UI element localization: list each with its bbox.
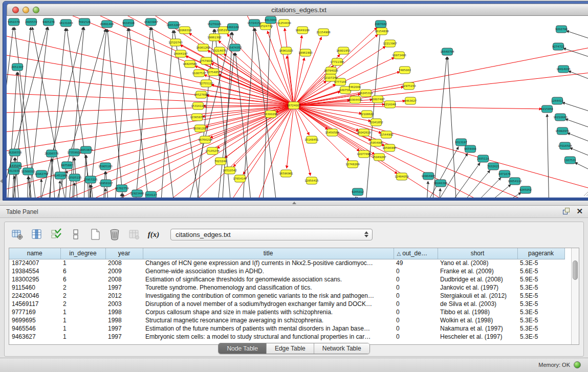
graph-node[interactable]: 12107242 bbox=[323, 74, 337, 81]
graph-node[interactable]: 9975887 bbox=[61, 162, 73, 169]
graph-node[interactable]: 18424589 bbox=[183, 60, 197, 68]
graph-node[interactable]: 9202790 bbox=[555, 26, 568, 33]
graph-node[interactable]: 11568310 bbox=[21, 168, 35, 175]
graph-node[interactable]: 12923446 bbox=[130, 190, 144, 197]
graph-node[interactable]: 9245012 bbox=[352, 188, 364, 195]
select-rows-icon[interactable] bbox=[50, 228, 63, 241]
graph-node[interactable]: 15049267 bbox=[372, 154, 386, 161]
graph-node[interactable]: 19961903 bbox=[298, 49, 312, 56]
graph-node[interactable]: 2651307 bbox=[11, 63, 24, 71]
graph-node[interactable]: 6216040 bbox=[384, 101, 397, 108]
graph-node[interactable]: 20364436 bbox=[348, 96, 362, 103]
table-row[interactable]: 946554611997Estimation of the future num… bbox=[9, 324, 564, 333]
column-header-short[interactable]: short bbox=[438, 248, 517, 259]
graph-node[interactable]: 26206556 bbox=[8, 149, 22, 156]
graph-node[interactable]: 14527698 bbox=[194, 91, 208, 98]
graph-node[interactable]: 9474444 bbox=[464, 145, 477, 152]
graph-node[interactable]: 10654112 bbox=[508, 178, 521, 185]
graph-node[interactable]: 17135274 bbox=[205, 147, 220, 155]
graph-node[interactable]: 16245314 bbox=[359, 90, 373, 97]
graph-node[interactable]: 10807487 bbox=[371, 96, 384, 103]
graph-node[interactable]: 12365871 bbox=[190, 114, 204, 121]
graph-node[interactable]: 15474352 bbox=[228, 44, 242, 51]
resize-grip-icon[interactable] bbox=[584, 189, 588, 196]
graph-node[interactable]: 12748269 bbox=[345, 161, 360, 168]
graph-node[interactable]: 13505135 bbox=[68, 174, 81, 181]
column-header-name[interactable]: name bbox=[9, 248, 60, 259]
graph-node[interactable]: 12856415 bbox=[304, 177, 318, 184]
graph-node[interactable]: 9313197 bbox=[455, 139, 467, 146]
new-document-icon[interactable] bbox=[89, 228, 102, 241]
graph-node[interactable]: 16961023 bbox=[279, 47, 293, 54]
graph-node[interactable]: 12108622 bbox=[360, 111, 374, 118]
graph-node[interactable]: 16046395 bbox=[433, 180, 447, 187]
graph-node[interactable]: 15724152 bbox=[247, 19, 261, 27]
graph-node[interactable]: 15276021 bbox=[207, 20, 221, 28]
graph-node[interactable]: 20206576 bbox=[45, 150, 59, 157]
graph-node[interactable]: 2405572 bbox=[25, 18, 37, 26]
graph-node[interactable]: 11451944 bbox=[53, 172, 68, 179]
graph-node[interactable]: 16596961 bbox=[279, 170, 293, 177]
zoom-window-button[interactable] bbox=[33, 7, 39, 13]
panel-collapse-arrow-icon[interactable] bbox=[0, 179, 3, 183]
horizontal-splitter[interactable] bbox=[0, 201, 588, 205]
graph-node[interactable]: 17359924 bbox=[67, 149, 81, 156]
graph-node[interactable]: 9634508 bbox=[122, 19, 135, 27]
graph-node[interactable]: 14644197 bbox=[173, 50, 187, 57]
graph-node[interactable]: 10653287 bbox=[166, 21, 180, 29]
graph-node[interactable]: 7632621 bbox=[487, 163, 499, 170]
column-header-pagerank[interactable]: pagerank bbox=[517, 248, 564, 259]
graph-node[interactable]: 12520743 bbox=[168, 39, 182, 46]
row-height-icon[interactable] bbox=[69, 228, 82, 241]
graph-node[interactable]: 2935114 bbox=[477, 155, 490, 162]
graph-node[interactable]: 12213967 bbox=[383, 40, 397, 47]
graph-node[interactable]: 18794028 bbox=[324, 67, 338, 74]
minimize-window-button[interactable] bbox=[23, 7, 29, 13]
graph-node[interactable]: 7691528 bbox=[78, 18, 91, 26]
column-header-out_de[interactable]: △out_de… bbox=[394, 248, 438, 259]
graph-node[interactable]: 12077490 bbox=[357, 150, 371, 158]
graph-node[interactable]: 9405278 bbox=[42, 18, 55, 26]
graph-node[interactable]: 18414036 bbox=[556, 65, 571, 73]
tab-edge-table[interactable]: Edge Table bbox=[267, 343, 314, 354]
graph-node[interactable]: 11544902 bbox=[379, 131, 393, 138]
graph-node[interactable]: 19861302 bbox=[207, 34, 221, 41]
graph-node[interactable]: 9274722 bbox=[552, 43, 564, 50]
graph-node[interactable]: 8215958 bbox=[541, 105, 554, 113]
float-panel-icon[interactable] bbox=[563, 208, 570, 215]
graph-node[interactable]: 10391209 bbox=[193, 125, 207, 132]
graph-node[interactable]: 2087682 bbox=[375, 20, 387, 28]
graph-node[interactable]: 15456584 bbox=[325, 129, 339, 136]
column-header-in_degree[interactable]: in_degree bbox=[60, 248, 105, 259]
graph-node[interactable]: 16801953 bbox=[336, 47, 350, 54]
graph-node[interactable]: 9245052 bbox=[519, 186, 532, 193]
graph-node[interactable]: 7654127 bbox=[145, 191, 157, 198]
network-window-titlebar[interactable]: citations_edges.txt bbox=[7, 4, 588, 16]
tab-network-table[interactable]: Network Table bbox=[314, 343, 369, 354]
graph-node[interactable]: 16649109 bbox=[295, 27, 310, 34]
graph-node[interactable]: 16510542 bbox=[223, 167, 236, 174]
graph-node[interactable]: 22041852 bbox=[369, 119, 383, 126]
graph-node[interactable]: 18724007 bbox=[287, 102, 300, 109]
graph-node[interactable]: 12975153 bbox=[402, 82, 416, 90]
graph-node[interactable]: 13214675 bbox=[212, 47, 226, 54]
graph-node[interactable]: 10958167 bbox=[99, 180, 113, 187]
graph-node[interactable]: 5650378 bbox=[8, 18, 20, 26]
citation-network-graph[interactable]: 1872400722068318125207431464419718424589… bbox=[7, 16, 588, 198]
splitter-handle-icon[interactable] bbox=[292, 202, 296, 204]
graph-node[interactable]: 16061262 bbox=[196, 44, 210, 51]
graph-node[interactable]: 16782759 bbox=[115, 185, 129, 192]
table-row[interactable]: 1830029562008Estimation of significance … bbox=[9, 275, 564, 283]
graph-node[interactable]: 15148451 bbox=[304, 136, 318, 143]
graph-node[interactable]: 10596995 bbox=[382, 144, 396, 151]
graph-node[interactable]: 10964905 bbox=[421, 172, 435, 180]
graph-node[interactable]: 12754851 bbox=[206, 69, 220, 76]
table-selector-dropdown[interactable]: citations_edges.txt bbox=[170, 229, 373, 240]
graph-node[interactable]: 16210643 bbox=[553, 114, 567, 121]
graph-node[interactable]: 15923947 bbox=[144, 18, 158, 26]
vertical-scrollbar[interactable] bbox=[571, 248, 579, 344]
graph-node[interactable]: 1244413 bbox=[551, 97, 563, 104]
table-settings-icon[interactable] bbox=[11, 228, 24, 241]
graph-node[interactable]: 7485063 bbox=[399, 67, 411, 74]
graph-node[interactable]: 7623244 bbox=[214, 158, 227, 165]
